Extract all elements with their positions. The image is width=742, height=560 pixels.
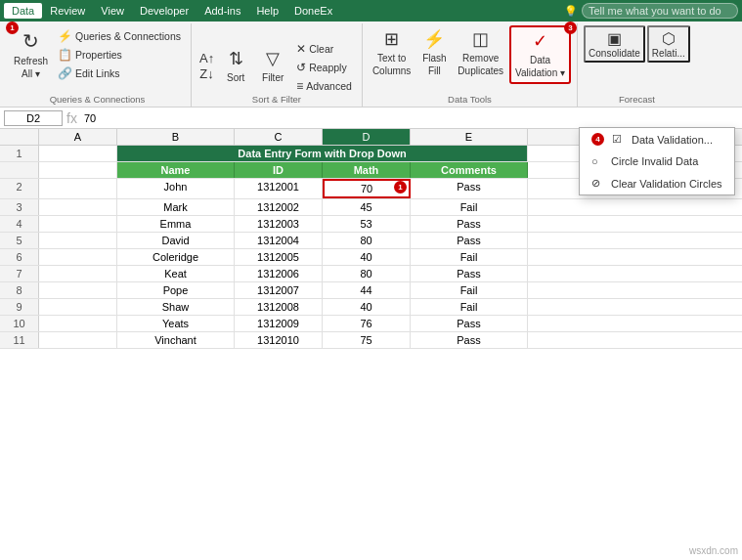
header-comments[interactable]: Comments [411, 162, 528, 178]
cell-comments-3[interactable]: Pass [411, 233, 528, 248]
qc-label: Queries & Connections [75, 30, 181, 42]
cell-name-5[interactable]: Keat [117, 266, 235, 281]
cell-comments-1[interactable]: Fail [411, 199, 528, 215]
cell-comments-8[interactable]: Pass [411, 316, 528, 331]
filter-button[interactable]: ▽ Filter [255, 45, 290, 87]
edit-links-label: Edit Links [75, 67, 120, 79]
col-header-a[interactable]: A [39, 129, 117, 145]
menu-view[interactable]: View [93, 3, 132, 19]
cell-math-7[interactable]: 40 [323, 299, 411, 315]
text-to-columns-button[interactable]: ⊞ Text toColumns [369, 25, 415, 80]
cell-math-6[interactable]: 44 [323, 282, 411, 298]
title-cell[interactable]: Data Entry Form with Drop Down [117, 146, 528, 161]
text-to-columns-icon: ⊞ [384, 28, 399, 51]
cell-id-4[interactable]: 1312005 [235, 249, 323, 265]
cell-math-0[interactable]: 701 [323, 179, 411, 198]
advanced-button[interactable]: ≡ Advanced [292, 77, 356, 95]
flash-fill-button[interactable]: ⚡ FlashFill [416, 25, 452, 80]
cell-comments-6[interactable]: Fail [411, 282, 528, 298]
cell-id-3[interactable]: 1312004 [235, 233, 323, 248]
cell-name-2[interactable]: Emma [117, 216, 235, 232]
sort-az-button[interactable]: A↑ Z↓ [197, 49, 216, 83]
col-header-c[interactable]: C [235, 129, 323, 145]
clear-icon: ✕ [296, 42, 306, 56]
cell-comments-4[interactable]: Fail [411, 249, 528, 265]
col-header-d[interactable]: D [323, 129, 411, 145]
dropdown-ci-label: Circle Invalid Data [611, 155, 698, 167]
header-math[interactable]: Math [323, 162, 411, 178]
cell-math-3[interactable]: 80 [323, 233, 411, 248]
cell-name-9[interactable]: Vinchant [117, 332, 235, 348]
edit-links-button[interactable]: 🔗 Edit Links [54, 65, 185, 82]
queries-connections-button[interactable]: ⚡ Queries & Connections [54, 27, 185, 45]
cell-name-0[interactable]: John [117, 179, 235, 198]
cell-id-7[interactable]: 1312008 [235, 299, 323, 315]
header-name[interactable]: Name [117, 162, 235, 178]
cell-comments-0[interactable]: Pass [411, 179, 528, 198]
cell-name-7[interactable]: Shaw [117, 299, 235, 315]
data-validation-button[interactable]: ✓ DataValidation ▾ [509, 25, 571, 84]
col-header-b[interactable]: B [117, 129, 235, 145]
consolidate-button[interactable]: ▣ Consolidate [584, 25, 645, 63]
cell-math-1[interactable]: 45 [323, 199, 411, 215]
cell-comments-2[interactable]: Pass [411, 216, 528, 232]
cell-name-8[interactable]: Yeats [117, 316, 235, 331]
cell-math-4[interactable]: 40 [323, 249, 411, 265]
ribbon-group-datatools: ⊞ Text toColumns ⚡ FlashFill ◫ RemoveDup… [363, 23, 578, 107]
header-id[interactable]: ID [235, 162, 323, 178]
name-box[interactable] [4, 110, 63, 126]
cell-math-2[interactable]: 53 [323, 216, 411, 232]
cell-id-0[interactable]: 1312001 [235, 179, 323, 198]
dropdown-data-validation[interactable]: 4 ☑ Data Validation... [580, 128, 734, 151]
refresh-label: RefreshAll ▾ [14, 55, 48, 80]
col-header-e[interactable]: E [411, 129, 528, 145]
refresh-all-button[interactable]: ↻ RefreshAll ▾ [10, 25, 52, 83]
cell-spacer-6 [39, 282, 117, 298]
cell-math-9[interactable]: 75 [323, 332, 411, 348]
sort-button[interactable]: ⇅ Sort [218, 45, 253, 87]
relations-button[interactable]: ⬡ Relati... [647, 25, 690, 63]
reapply-label: Reapply [309, 62, 347, 73]
cc-icon: ⊘ [591, 177, 605, 190]
remove-duplicates-button[interactable]: ◫ RemoveDuplicates [454, 25, 507, 80]
cell-math-5[interactable]: 80 [323, 266, 411, 281]
dropdown-circle-invalid[interactable]: ○ Circle Invalid Data [580, 151, 734, 172]
menu-addins[interactable]: Add-ins [196, 3, 248, 19]
cell-spacer-3 [39, 233, 117, 248]
cell-id-2[interactable]: 1312003 [235, 216, 323, 232]
menu-developer[interactable]: Developer [132, 3, 196, 19]
formula-separator: fx [66, 110, 77, 126]
cell-spacer-8 [39, 316, 117, 331]
properties-button[interactable]: 📋 Properties [54, 46, 185, 64]
reapply-button[interactable]: ↺ Reapply [292, 59, 356, 76]
table-row: 3 Mark 1312002 45 Fail [0, 199, 742, 216]
cell-id-1[interactable]: 1312002 [235, 199, 323, 215]
cell-id-9[interactable]: 1312010 [235, 332, 323, 348]
cell-comments-5[interactable]: Pass [411, 266, 528, 281]
menu-doneex[interactable]: DoneEx [286, 3, 340, 19]
cell-name-6[interactable]: Pope [117, 282, 235, 298]
formula-input[interactable] [81, 111, 738, 125]
dropdown-dv-label: Data Validation... [632, 134, 713, 146]
menu-review[interactable]: Review [42, 3, 93, 19]
cell-comments-9[interactable]: Pass [411, 332, 528, 348]
clear-button[interactable]: ✕ Clear [292, 40, 356, 58]
row-num-3: 5 [0, 233, 39, 248]
cell-spacer-2 [39, 216, 117, 232]
cell-name-4[interactable]: Coleridge [117, 249, 235, 265]
menu-data[interactable]: Data [4, 3, 42, 19]
cell-id-8[interactable]: 1312009 [235, 316, 323, 331]
cell-id-6[interactable]: 1312007 [235, 282, 323, 298]
cell-name-3[interactable]: David [117, 233, 235, 248]
table-row: 9 Shaw 1312008 40 Fail [0, 299, 742, 316]
flash-fill-icon: ⚡ [423, 28, 445, 51]
tell-me-input[interactable] [582, 3, 738, 19]
row-num-9: 11 [0, 332, 39, 348]
dropdown-clear-circles[interactable]: ⊘ Clear Validation Circles [580, 172, 734, 194]
cell-name-1[interactable]: Mark [117, 199, 235, 215]
data-validation-label: DataValidation ▾ [515, 54, 565, 79]
menu-help[interactable]: Help [248, 3, 286, 19]
cell-id-5[interactable]: 1312006 [235, 266, 323, 281]
cell-comments-7[interactable]: Fail [411, 299, 528, 315]
cell-math-8[interactable]: 76 [323, 316, 411, 331]
